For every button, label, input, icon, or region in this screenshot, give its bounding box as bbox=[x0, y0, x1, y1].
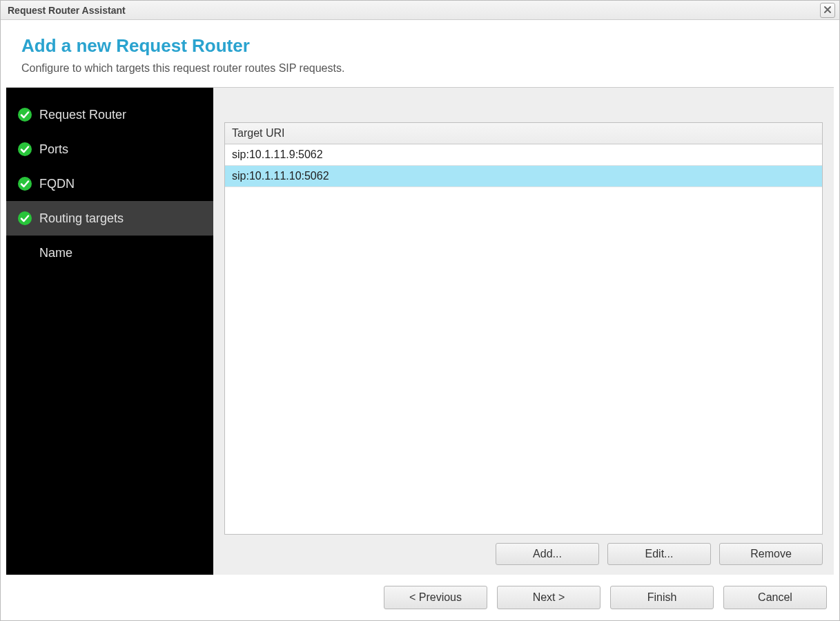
step-routing-targets[interactable]: Routing targets bbox=[6, 201, 213, 236]
check-circle-icon bbox=[17, 107, 32, 122]
cancel-button[interactable]: Cancel bbox=[723, 586, 827, 609]
check-circle-icon bbox=[17, 176, 32, 191]
step-label: FQDN bbox=[39, 177, 75, 191]
previous-button[interactable]: < Previous bbox=[384, 586, 487, 609]
window-title: Request Router Assistant bbox=[8, 5, 820, 16]
target-uri-cell: sip:10.1.11.10:5062 bbox=[225, 166, 822, 187]
step-ports[interactable]: Ports bbox=[6, 132, 213, 166]
page-subtitle: Configure to which targets this request … bbox=[21, 62, 819, 75]
table-row[interactable]: sip:10.1.11.9:5062 bbox=[225, 144, 822, 166]
step-label: Ports bbox=[39, 142, 68, 157]
table-action-buttons: Add... Edit... Remove bbox=[224, 535, 823, 565]
table-body: sip:10.1.11.9:5062 sip:10.1.11.10:5062 bbox=[225, 144, 822, 534]
remove-button[interactable]: Remove bbox=[719, 543, 823, 565]
dialog-window: Request Router Assistant Add a new Reque… bbox=[0, 0, 840, 621]
finish-button[interactable]: Finish bbox=[610, 586, 714, 609]
svg-point-0 bbox=[18, 108, 32, 122]
titlebar: Request Router Assistant bbox=[1, 1, 839, 20]
target-uri-table: Target URI sip:10.1.11.9:5062 sip:10.1.1… bbox=[224, 122, 823, 535]
step-request-router[interactable]: Request Router bbox=[6, 97, 213, 132]
wizard-footer: < Previous Next > Finish Cancel bbox=[1, 575, 839, 620]
step-fqdn[interactable]: FQDN bbox=[6, 166, 213, 201]
wizard-body: Request Router Ports FQDN Routing target… bbox=[6, 88, 834, 575]
step-label: Name bbox=[39, 246, 72, 260]
target-uri-cell: sip:10.1.11.9:5062 bbox=[225, 144, 822, 165]
wizard-steps-sidebar: Request Router Ports FQDN Routing target… bbox=[6, 88, 213, 575]
main-panel: Target URI sip:10.1.11.9:5062 sip:10.1.1… bbox=[213, 88, 834, 575]
page-title: Add a new Request Router bbox=[21, 35, 819, 57]
svg-point-2 bbox=[18, 177, 32, 191]
table-header-row: Target URI bbox=[225, 123, 822, 144]
column-header-target-uri[interactable]: Target URI bbox=[225, 123, 822, 144]
check-circle-icon bbox=[17, 142, 32, 157]
step-label: Routing targets bbox=[39, 211, 124, 226]
table-row[interactable]: sip:10.1.11.10:5062 bbox=[225, 166, 822, 187]
check-circle-icon bbox=[17, 211, 32, 226]
next-button[interactable]: Next > bbox=[497, 586, 600, 609]
svg-point-1 bbox=[18, 142, 32, 156]
step-name[interactable]: Name bbox=[6, 236, 213, 270]
close-button[interactable] bbox=[820, 3, 835, 18]
edit-button[interactable]: Edit... bbox=[607, 543, 711, 565]
svg-point-3 bbox=[18, 211, 32, 225]
add-button[interactable]: Add... bbox=[496, 543, 599, 565]
step-label: Request Router bbox=[39, 108, 126, 122]
wizard-header: Add a new Request Router Configure to wh… bbox=[6, 26, 834, 88]
close-icon bbox=[823, 4, 832, 17]
